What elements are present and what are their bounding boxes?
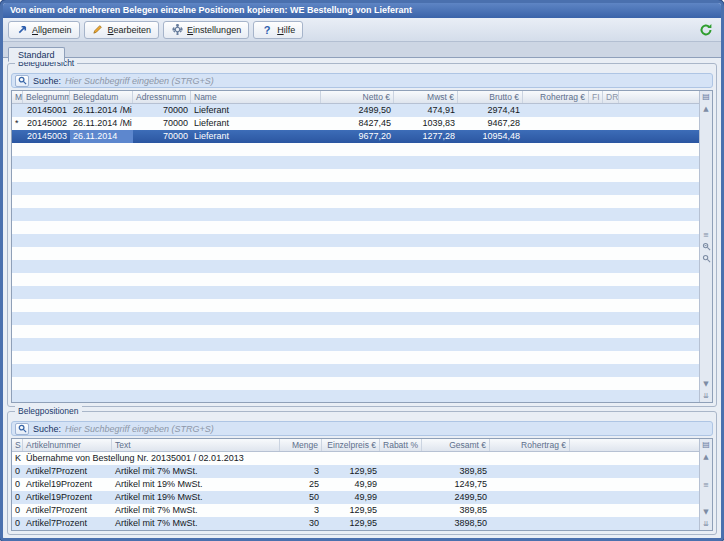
cell: 1277,28: [394, 130, 458, 143]
cell: 2499,50: [321, 104, 394, 117]
allgemein-label: Allgemein: [32, 25, 72, 35]
empty-row: [12, 169, 699, 182]
cell: Artikel mit 7% MwSt.: [112, 465, 280, 478]
zoom-in-icon[interactable]: [701, 242, 712, 252]
column-config-icon[interactable]: ▤: [701, 440, 712, 450]
column-header-einzelpreis[interactable]: Einzelpreis €: [322, 439, 380, 451]
column-header-belegnummer[interactable]: Belegnumme: [23, 91, 70, 103]
cell: 26.11.2014 /Mi: [70, 117, 133, 130]
belegpositionen-label: Belegpositionen: [15, 406, 82, 417]
gear-icon: [171, 24, 183, 36]
cell: 3: [280, 465, 322, 478]
empty-row: [12, 325, 699, 338]
cell: 129,95: [322, 517, 380, 530]
cell: 2499,50: [422, 491, 490, 504]
cell: 129,95: [322, 465, 380, 478]
arrow-up-right-icon: [16, 24, 28, 36]
cell: [12, 104, 23, 117]
cell: [380, 491, 422, 504]
column-config-icon[interactable]: ▤: [701, 92, 712, 102]
beleg-row[interactable]: *2014500226.11.2014 /Mi70000Lieferant842…: [12, 117, 699, 130]
empty-row: [12, 143, 699, 156]
allgemein-button[interactable]: Allgemein: [8, 21, 80, 39]
tab-standard[interactable]: Standard: [8, 47, 65, 62]
cell: [570, 517, 699, 530]
cell: [589, 104, 603, 117]
cell: Artikel mit 19% MwSt.: [112, 491, 280, 504]
cell: Lieferant: [191, 117, 321, 130]
column-header-m[interactable]: M: [12, 91, 23, 103]
empty-row: [12, 234, 699, 247]
page-down-icon[interactable]: ⇊: [701, 519, 712, 529]
cell: Artikel mit 7% MwSt.: [112, 504, 280, 517]
cell: 20145003: [23, 130, 70, 143]
column-header-rohertrag[interactable]: Rohertrag €: [523, 91, 589, 103]
column-header-mwst[interactable]: Mwst €: [394, 91, 458, 103]
search-icon[interactable]: [15, 423, 29, 435]
position-row[interactable]: 0Artikel7ProzentArtikel mit 7% MwSt.3129…: [12, 504, 699, 517]
column-header-menge[interactable]: Menge: [280, 439, 322, 451]
column-header-belegdatum[interactable]: Belegdatum: [70, 91, 133, 103]
column-header-name[interactable]: Name: [191, 91, 321, 103]
bearbeiten-label: Bearbeiten: [108, 25, 152, 35]
position-row[interactable]: 0Artikel19ProzentArtikel mit 19% MwSt.50…: [12, 491, 699, 504]
cell: 49,99: [322, 491, 380, 504]
empty-row: [12, 351, 699, 364]
column-header-adressnummer[interactable]: Adressnumm: [133, 91, 191, 103]
cell: 1249,75: [422, 478, 490, 491]
search-icon[interactable]: [15, 75, 29, 87]
menu-icon[interactable]: ≡: [701, 230, 712, 240]
column-header-dr[interactable]: DR: [603, 91, 619, 103]
column-header-brutto[interactable]: Brutto €: [458, 91, 523, 103]
bearbeiten-button[interactable]: Bearbeiten: [84, 21, 160, 39]
column-header-fi[interactable]: FI: [589, 91, 603, 103]
window-titlebar[interactable]: Von einem oder mehreren Belegen einzelne…: [3, 3, 721, 18]
cell: *: [12, 117, 23, 130]
cell: 389,85: [422, 504, 490, 517]
scroll-up-icon[interactable]: ▲: [701, 104, 712, 114]
beleg-search-input[interactable]: [65, 75, 709, 87]
column-header-rohertrag[interactable]: Rohertrag €: [490, 439, 570, 451]
cell: 1039,83: [394, 117, 458, 130]
column-header-netto[interactable]: Netto €: [321, 91, 394, 103]
cell: [603, 130, 619, 143]
cell: [619, 130, 699, 143]
page-down-icon[interactable]: ⇊: [701, 391, 712, 401]
column-header-text[interactable]: Text: [112, 439, 280, 451]
scroll-up-icon[interactable]: ▲: [701, 452, 712, 462]
position-row[interactable]: 0Artikel19ProzentArtikel mit 19% MwSt.25…: [12, 478, 699, 491]
position-row[interactable]: 0Artikel7ProzentArtikel mit 7% MwSt.3012…: [12, 517, 699, 530]
cell: Artikel19Prozent: [23, 491, 112, 504]
cell: [603, 104, 619, 117]
cell: 2974,41: [458, 104, 523, 117]
empty-row: [12, 195, 699, 208]
beleg-search-bar: Suche:: [11, 73, 713, 88]
empty-row: [12, 182, 699, 195]
beleg-row[interactable]: 2014500326.11.201470000Lieferant9677,201…: [12, 130, 699, 143]
column-header-artikelnummer[interactable]: Artikelnummer: [23, 439, 112, 451]
beleg-row[interactable]: 2014500126.11.2014 /Mi70000Lieferant2499…: [12, 104, 699, 117]
sync-button[interactable]: [698, 22, 714, 38]
position-row[interactable]: KÜbernahme von Bestellung Nr. 20135001 /…: [12, 452, 699, 465]
search-label: Suche:: [33, 76, 61, 86]
column-header-gesamt[interactable]: Gesamt €: [422, 439, 490, 451]
cell: 70000: [133, 117, 191, 130]
empty-row: [12, 390, 699, 402]
cell: 70000: [133, 130, 191, 143]
hilfe-button[interactable]: ? Hilfe: [253, 21, 303, 39]
menu-icon[interactable]: ≡: [701, 480, 712, 490]
scroll-down-icon[interactable]: ▼: [701, 379, 712, 389]
cell: 3898,50: [422, 517, 490, 530]
einstellungen-label: Einstellungen: [187, 25, 241, 35]
einstellungen-button[interactable]: Einstellungen: [163, 21, 249, 39]
position-row[interactable]: 0Artikel7ProzentArtikel mit 7% MwSt.3129…: [12, 465, 699, 478]
scroll-down-icon[interactable]: ▼: [701, 507, 712, 517]
positionen-search-bar: Suche:: [11, 421, 713, 436]
cell: 49,99: [322, 478, 380, 491]
cell: [570, 504, 699, 517]
column-header-rabatt[interactable]: Rabatt %: [380, 439, 422, 451]
column-header-s[interactable]: S: [12, 439, 23, 451]
positionen-search-input[interactable]: [65, 423, 709, 435]
zoom-out-icon[interactable]: [701, 254, 712, 264]
cell: [380, 465, 422, 478]
